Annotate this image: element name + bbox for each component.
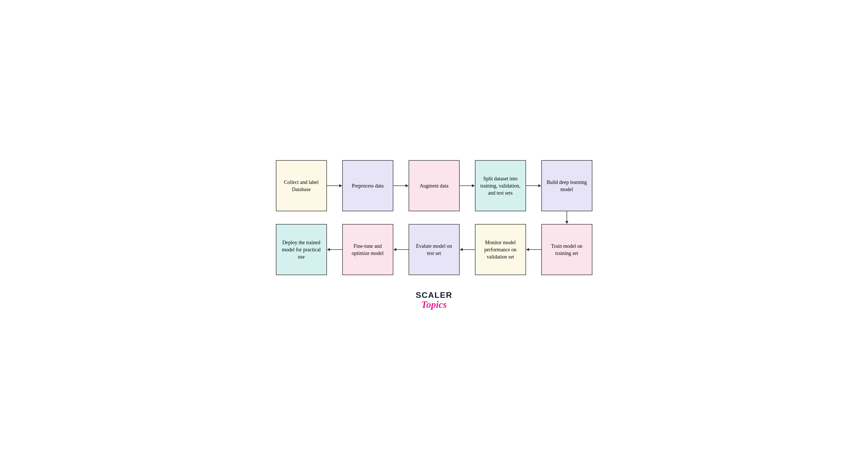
box-split-label: Split dataset into training, validation,… [479,175,521,197]
box-finetune: Fine-tune and optimize model [342,224,393,275]
box-evaluate-label: Evalute model on test set [413,242,455,257]
svg-marker-1 [339,184,342,187]
box-augment: Augment data [409,160,460,211]
arrow-3-4 [460,183,475,188]
svg-marker-17 [526,248,529,251]
rows-wrapper: Collect and label Database Preprocess da… [276,160,592,275]
box-monitor: Monitor model performance on validation … [475,224,526,275]
logo-topics: Topics [422,299,447,310]
svg-marker-15 [460,248,463,251]
box-augment-label: Augment data [420,182,448,189]
arrow-1-2 [327,183,342,188]
svg-marker-11 [327,248,330,251]
box-split: Split dataset into training, validation,… [475,160,526,211]
vertical-arrow-down [564,211,569,224]
box-collect-db: Collect and label Database [276,160,327,211]
box-collect-db-label: Collect and label Database [280,179,322,193]
logo-scaler: SCALER [416,290,453,300]
box-train: Train model on training set [541,224,592,275]
box-finetune-label: Fine-tune and optimize model [347,242,389,257]
logo-section: SCALER Topics [416,290,453,310]
svg-marker-3 [406,184,409,187]
svg-marker-13 [393,248,396,251]
svg-marker-9 [565,221,568,224]
arrow-finetune-deploy [327,247,342,252]
arrow-monitor-evaluate [460,247,475,252]
svg-marker-7 [538,184,541,187]
box-train-label: Train model on training set [546,242,588,257]
arrow-2-3 [393,183,409,188]
arrow-train-monitor [526,247,541,252]
box-preprocess: Preprocess data [342,160,393,211]
diagram-container: Collect and label Database Preprocess da… [255,160,613,275]
box-preprocess-label: Preprocess data [352,182,383,189]
vertical-arrow-wrapper [541,211,592,224]
box-build-model-label: Build deep learning model [546,179,588,193]
box-deploy: Deploy the trained model for practical u… [276,224,327,275]
box-monitor-label: Monitor model performance on validation … [479,239,521,260]
box-evaluate: Evalute model on test set [409,224,460,275]
box-deploy-label: Deploy the trained model for practical u… [280,239,322,260]
arrow-evaluate-finetune [393,247,409,252]
arrow-4-5 [526,183,541,188]
row-1: Collect and label Database Preprocess da… [276,160,592,211]
box-build-model: Build deep learning model [541,160,592,211]
vertical-arrow-section [276,211,592,224]
row-2: Deploy the trained model for practical u… [276,224,592,275]
svg-marker-5 [472,184,475,187]
